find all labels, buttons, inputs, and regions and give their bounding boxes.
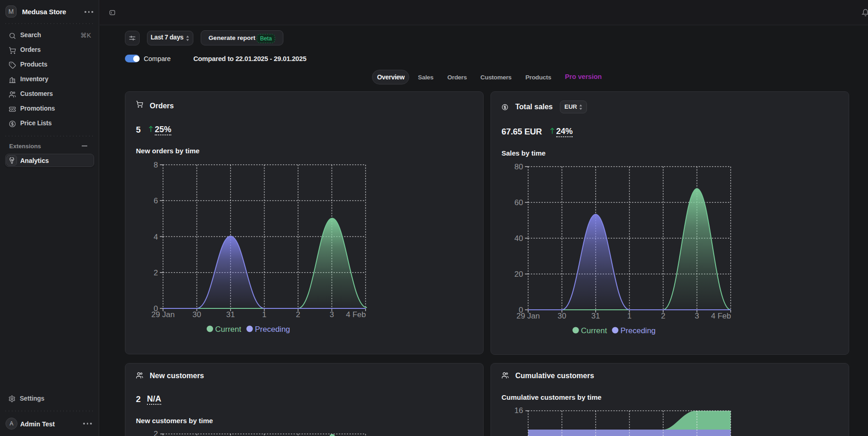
svg-text:3: 3 [695, 312, 699, 320]
svg-text:Current: Current [215, 325, 242, 334]
svg-text:30: 30 [558, 312, 566, 320]
svg-text:80: 80 [514, 162, 523, 171]
svg-text:Preceding: Preceding [620, 326, 656, 335]
svg-text:Preceding: Preceding [255, 325, 290, 334]
svg-text:2: 2 [154, 268, 158, 277]
svg-text:4 Feb: 4 Feb [346, 310, 366, 319]
svg-text:1: 1 [627, 312, 631, 320]
svg-text:8: 8 [154, 161, 158, 169]
svg-text:40: 40 [514, 234, 523, 243]
svg-text:29 Jan: 29 Jan [151, 310, 175, 319]
svg-text:20: 20 [514, 270, 523, 279]
svg-text:4: 4 [154, 233, 158, 241]
svg-text:31: 31 [226, 310, 235, 319]
svg-text:29 Jan: 29 Jan [516, 312, 540, 320]
svg-text:4 Feb: 4 Feb [711, 312, 731, 320]
svg-text:30: 30 [192, 310, 201, 319]
svg-text:2: 2 [661, 312, 665, 320]
svg-text:2: 2 [296, 310, 300, 319]
svg-text:31: 31 [592, 312, 600, 320]
svg-text:1: 1 [262, 310, 266, 319]
svg-text:2: 2 [154, 430, 158, 436]
svg-text:Current: Current [581, 326, 607, 335]
svg-text:16: 16 [514, 406, 523, 415]
svg-text:3: 3 [330, 310, 334, 319]
svg-text:6: 6 [154, 196, 158, 205]
svg-text:60: 60 [514, 198, 523, 207]
